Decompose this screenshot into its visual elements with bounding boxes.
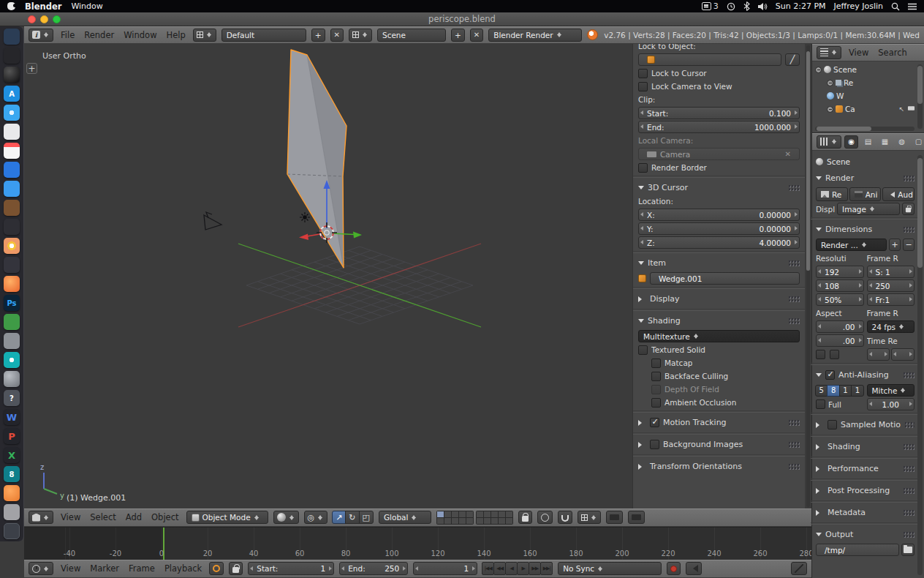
next-keyframe-button[interactable]: ▶▶ — [529, 562, 541, 575]
panel-header-dimensions[interactable]: Dimensions — [816, 222, 914, 237]
cursor-z-field[interactable]: Z:4.00000 — [638, 236, 800, 249]
shading-mode-select[interactable]: Multitexture — [638, 330, 800, 342]
panel-drag-dots[interactable] — [903, 487, 914, 494]
outliner-scrollbar[interactable] — [917, 64, 923, 129]
dock-help-app-icon[interactable]: ? — [4, 390, 20, 406]
layer-cell-active[interactable] — [437, 511, 444, 517]
layer-cell[interactable] — [477, 511, 483, 517]
layer-cell[interactable] — [484, 511, 491, 517]
layer-cell[interactable] — [444, 511, 451, 517]
dock-messages-icon[interactable] — [4, 181, 20, 197]
backface-culling-checkbox[interactable] — [651, 372, 661, 381]
dock-app-brown-icon[interactable] — [4, 200, 20, 216]
dock-app-dark-icon[interactable] — [4, 219, 20, 235]
layer-cell[interactable] — [491, 518, 498, 524]
backface-culling-row[interactable]: Backface Culling — [638, 370, 800, 382]
scrollbar-thumb[interactable] — [817, 127, 871, 131]
file-menu[interactable]: File — [58, 30, 77, 40]
display-lock-button[interactable] — [902, 203, 914, 215]
panel-drag-dots[interactable] — [903, 175, 914, 181]
remove-preset-button[interactable]: − — [903, 239, 914, 251]
play-reverse-button[interactable]: ◀ — [505, 562, 518, 575]
panel-drag-dots[interactable] — [903, 509, 914, 516]
background-images-checkbox[interactable] — [650, 440, 659, 449]
volume-icon[interactable] — [758, 2, 768, 11]
cursor-x-field[interactable]: X:0.00000 — [638, 209, 800, 221]
render-border-row[interactable]: Render Border — [638, 162, 800, 173]
editor-type-selector[interactable] — [817, 135, 841, 149]
editor-type-selector[interactable] — [29, 29, 53, 42]
scrollbar-thumb[interactable] — [806, 51, 810, 271]
add-scene-button[interactable]: + — [451, 29, 465, 42]
tab-object[interactable]: ▢ — [912, 135, 924, 149]
panel-drag-dots[interactable] — [788, 184, 800, 191]
dock-app-teal-icon[interactable] — [4, 352, 20, 368]
dock-app-green-icon[interactable] — [4, 314, 20, 330]
dock-gray-sphere-icon[interactable] — [4, 371, 20, 387]
tab-world[interactable]: ◍ — [895, 135, 909, 149]
collapse-icon[interactable] — [827, 80, 833, 86]
layer-cell[interactable] — [499, 511, 505, 517]
manipulator-scale-button[interactable]: ◰ — [359, 511, 374, 524]
panel-header-post-processing[interactable]: Post Processing — [816, 483, 914, 498]
local-camera-field[interactable]: Camera✕ — [638, 148, 800, 160]
layer-cell[interactable] — [499, 518, 505, 524]
tab-render-layers[interactable]: ▤ — [861, 135, 875, 149]
lock-to-cursor-row[interactable]: Lock to Cursor — [638, 67, 800, 79]
pivot-point-selector[interactable]: ◎ — [304, 511, 328, 524]
layer-selector[interactable] — [436, 511, 513, 525]
ambient-occlusion-row[interactable]: Ambient Occlusion — [638, 397, 800, 408]
panel-header-anti-aliasing[interactable]: Anti-Aliasing — [816, 367, 914, 383]
panel-header-output[interactable]: Output — [816, 527, 914, 542]
clip-end-field[interactable]: End:1000.000 — [638, 121, 800, 133]
panel-header-motion-tracking[interactable]: Motion Tracking — [638, 415, 800, 430]
search-menu[interactable]: Search — [876, 48, 909, 58]
render-display-selector[interactable]: Image — [837, 203, 900, 215]
view-menu[interactable]: View — [847, 48, 871, 58]
panel-header-transform-orientations[interactable]: Transform Orientations — [638, 459, 800, 474]
fps-selector[interactable]: 24 fps — [867, 320, 915, 333]
viewport-shading-selector[interactable] — [273, 511, 299, 524]
aa-filter-selector[interactable]: Mitche — [867, 384, 915, 397]
aa-samples-8-button[interactable]: 8 — [827, 385, 839, 397]
snap-toggle-button[interactable] — [558, 511, 572, 524]
layer-cell[interactable] — [459, 518, 466, 524]
render-preset-selector[interactable]: Render ... — [816, 239, 887, 251]
dock-photos-flower-icon[interactable] — [4, 238, 20, 254]
scrollbar-thumb[interactable] — [917, 66, 923, 104]
tab-render[interactable]: ◉ — [844, 135, 858, 149]
item-name-field[interactable]: Wedge.001 — [650, 272, 800, 285]
viewport-3d[interactable]: z y User Ortho + (1) Wedge.001 Lock to O… — [24, 44, 811, 508]
aspect-y-field[interactable]: .00 — [816, 334, 864, 347]
ambient-occlusion-checkbox[interactable] — [651, 398, 661, 408]
outliner-item-renderlayers[interactable]: Re — [815, 76, 916, 89]
collapse-icon[interactable] — [827, 106, 833, 113]
render-border-checkbox[interactable] — [638, 163, 648, 173]
editor-type-selector[interactable] — [29, 511, 53, 524]
panel-header-background-images[interactable]: Background Images — [638, 437, 800, 452]
panel-header-3d-cursor[interactable]: 3D Cursor — [638, 180, 800, 195]
frame-step-field[interactable]: Fr:1 — [867, 293, 915, 306]
textured-solid-row[interactable]: Textured Solid — [638, 344, 800, 356]
dock-app-multi-icon[interactable] — [4, 257, 20, 273]
dock-app-eight-icon[interactable]: 8 — [4, 466, 20, 482]
dock-photos-icon[interactable] — [4, 124, 20, 140]
layer-cell[interactable] — [459, 511, 466, 517]
render-audio-button[interactable]: Aud — [882, 187, 914, 201]
panel-header-item[interactable]: Item — [638, 255, 800, 271]
jump-to-end-button[interactable]: ▶▶| — [540, 562, 553, 575]
time-remap-new-field[interactable] — [891, 348, 914, 361]
tab-scene[interactable]: ▦ — [878, 135, 892, 149]
layer-cell[interactable] — [484, 518, 491, 524]
sync-mode-selector[interactable]: No Sync — [558, 562, 662, 575]
add-layout-button[interactable]: + — [311, 29, 325, 42]
outliner-item-camera[interactable]: Ca ↖ — [815, 102, 916, 116]
lock-time-button[interactable] — [229, 562, 243, 575]
aspect-x-field[interactable]: .00 — [816, 320, 864, 333]
textured-solid-checkbox[interactable] — [638, 345, 648, 355]
properties-scrollbar[interactable] — [917, 155, 923, 575]
window-menu[interactable]: Window — [121, 30, 159, 40]
panel-header-render[interactable]: Render — [816, 170, 914, 186]
frame-end-field[interactable]: End:250 — [339, 562, 408, 575]
delete-layout-button[interactable]: ✕ — [330, 29, 344, 42]
